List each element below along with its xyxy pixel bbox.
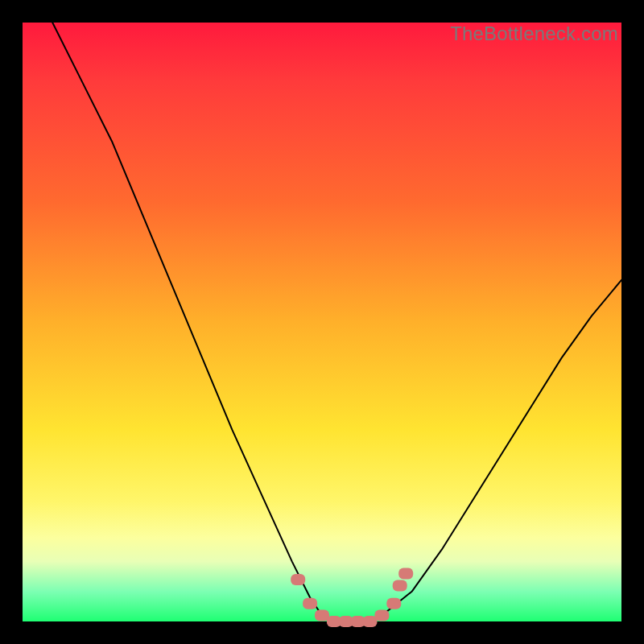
chart-frame: TheBottleneck.com [0,0,644,644]
marker-dot [374,610,389,621]
marker-dot [291,574,305,585]
marker-dot [303,598,317,609]
plot-area: TheBottleneck.com [23,23,621,621]
marker-dot [393,580,407,591]
marker-dot [398,568,413,580]
bottleneck-curve [52,23,621,621]
marker-dot [386,598,401,609]
marker-dots [291,568,413,628]
chart-svg [23,23,621,621]
